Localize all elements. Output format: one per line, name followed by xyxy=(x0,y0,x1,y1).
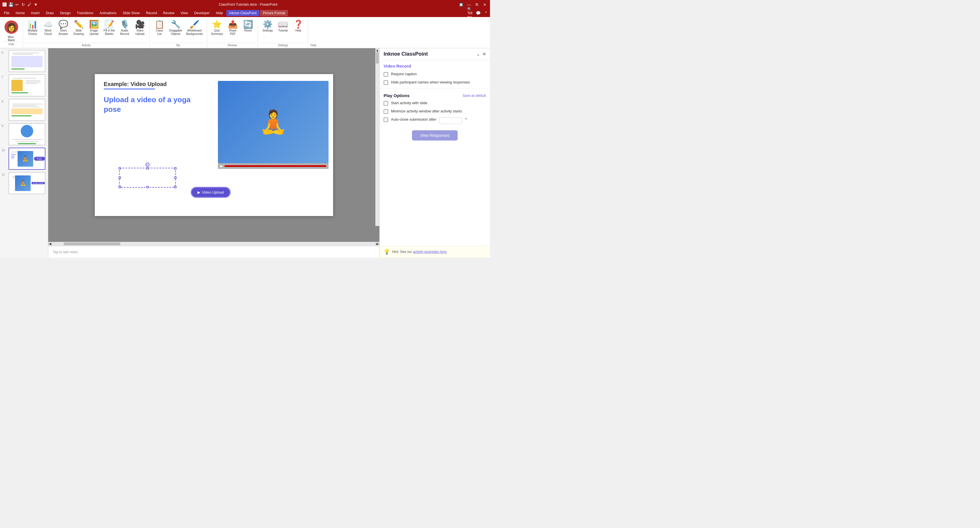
save-icon[interactable]: 💾 xyxy=(8,2,13,7)
start-with-slide-checkbox[interactable] xyxy=(383,101,388,105)
short-answer-btn[interactable]: 💬 ShortAnswer xyxy=(56,19,71,37)
require-caption-row[interactable]: Require caption xyxy=(380,70,490,78)
comments-btn[interactable]: 💬 xyxy=(475,10,481,16)
minimize-window-checkbox[interactable] xyxy=(383,109,388,114)
yoga-figure: 🧘 xyxy=(251,94,296,150)
share-pdf-btn[interactable]: 📤 SharePDF xyxy=(225,19,240,37)
save-as-default-link[interactable]: Save as default xyxy=(463,94,486,98)
undo-icon[interactable]: ↩ xyxy=(15,2,19,7)
slide-thumb-9[interactable]: 9 xyxy=(1,123,47,146)
multiple-choice-label: MultipleChoice xyxy=(28,29,37,36)
scroll-up-btn[interactable]: ▲ xyxy=(375,48,379,52)
notes-area[interactable]: Tap to add notes xyxy=(48,246,379,258)
redo-icon[interactable]: ↻ xyxy=(21,2,25,7)
slide-drawing-btn[interactable]: ✏️ SlideDrawing xyxy=(71,19,86,37)
menu-slideshow[interactable]: Slide Show xyxy=(120,10,142,16)
user-section: 👩 MissMarie User xyxy=(0,18,23,48)
slide-drawing-icon: ✏️ xyxy=(74,21,84,29)
scroll-left-btn[interactable]: ◀ xyxy=(48,242,52,245)
slide-thumb-6[interactable]: 6 xyxy=(1,49,47,73)
handle-bl[interactable] xyxy=(119,186,121,188)
video-progress xyxy=(224,165,326,167)
help-section: Help xyxy=(308,18,319,48)
slide-thumb-11[interactable]: 11 🧘 ▶ Video Upload xyxy=(1,171,47,195)
activity-examples-link[interactable]: activity examples here xyxy=(413,250,447,254)
start-with-slide-row[interactable]: Start activity with slide xyxy=(380,99,490,107)
fill-blanks-btn[interactable]: 📝 Fill in theBlanks xyxy=(102,19,117,37)
horizontal-scrollbar[interactable]: ◀ ▶ xyxy=(48,242,379,246)
image-upload-icon: 🖼️ xyxy=(89,21,99,29)
settings-section: ⚙️ Settings 📖 Tutorial ❓ Help Settings xyxy=(258,18,308,48)
vertical-scrollbar[interactable] xyxy=(375,48,379,226)
class-list-btn[interactable]: 📋 ClassList xyxy=(152,19,167,37)
menu-help[interactable]: Help xyxy=(213,10,226,16)
panel-close-btn[interactable]: ✕ xyxy=(482,51,486,57)
share-pdf-icon: 📤 xyxy=(228,21,238,29)
slide-thumb-10[interactable]: 10 Uploadyoga pose 🧘 ▶ Video Upload xyxy=(1,147,47,170)
menu-inknoe[interactable]: Inknoe ClassPoint xyxy=(226,10,259,16)
panel-collapse-btn[interactable]: ⌄ xyxy=(476,51,480,57)
hide-participant-checkbox[interactable] xyxy=(383,80,388,85)
whiteboard-btn[interactable]: 🖌️ WhiteboardBackgrounds xyxy=(185,19,204,37)
menu-design[interactable]: Design xyxy=(57,10,73,16)
menu-home[interactable]: Home xyxy=(13,10,27,16)
menu-draw[interactable]: Draw xyxy=(43,10,56,16)
help-btn[interactable]: ❓ Help xyxy=(291,19,305,33)
tutorial-btn[interactable]: 📖 Tutorial xyxy=(275,19,290,33)
divider-1 xyxy=(380,88,490,89)
image-upload-btn[interactable]: 🖼️ ImageUpload xyxy=(86,19,101,37)
quiz-summary-icon: ⭐ xyxy=(212,21,222,29)
h-scroll-thumb[interactable] xyxy=(64,242,120,245)
scroll-right-btn[interactable]: ▶ xyxy=(375,242,379,245)
handle-lm[interactable] xyxy=(119,177,121,179)
minimize-window-row[interactable]: Minimize activity window after activity … xyxy=(380,107,490,115)
auto-close-input[interactable] xyxy=(439,117,462,124)
menu-animations[interactable]: Animations xyxy=(97,10,119,16)
quiz-summary-btn[interactable]: ⭐ QuizSummary xyxy=(209,19,225,37)
handle-tl[interactable] xyxy=(119,167,121,169)
auto-close-row[interactable]: Auto-close submission after ▼ xyxy=(380,115,490,126)
handle-br[interactable] xyxy=(174,186,177,188)
menu-review[interactable]: Review xyxy=(160,10,177,16)
collapse-ribbon-btn[interactable]: ⌃ xyxy=(483,10,489,16)
customize-icon[interactable]: 🖊 xyxy=(27,2,32,7)
hint-text: Hint: See our activity examples here xyxy=(392,250,447,254)
slide-thumb-8[interactable]: 8 xyxy=(1,98,47,121)
word-cloud-btn[interactable]: ☁️ WordCloud xyxy=(41,19,55,37)
video-upload-btn[interactable]: 🎥 VideoUpload xyxy=(132,19,147,37)
draggable-objects-btn[interactable]: 🔧 DraggableObjects xyxy=(167,19,184,37)
video-upload-btn-label: Video Upload xyxy=(202,190,224,195)
view-responses-btn[interactable]: View Responses xyxy=(412,130,457,140)
menu-insert[interactable]: Insert xyxy=(28,10,42,16)
handle-tm[interactable] xyxy=(146,167,149,169)
hide-participant-row[interactable]: Hide participant names when viewing resp… xyxy=(380,78,490,86)
multiple-choice-btn[interactable]: 📊 MultipleChoice xyxy=(25,19,40,37)
video-upload-button[interactable]: ▶ Video Upload xyxy=(191,187,231,197)
search-btn[interactable]: 🔍 Tell me xyxy=(467,10,473,16)
menu-picture-format[interactable]: Picture Format xyxy=(260,10,288,16)
restore-btn[interactable]: ⧉ xyxy=(474,2,480,7)
auto-close-label: Auto-close submission after xyxy=(391,117,436,122)
quiz-summary-label: QuizSummary xyxy=(211,29,223,36)
ribbon-toggle-icon[interactable]: 🔲 xyxy=(458,2,464,7)
menu-developer[interactable]: Developer xyxy=(191,10,213,16)
settings-btn[interactable]: ⚙️ Settings xyxy=(260,19,275,33)
menu-view[interactable]: View xyxy=(178,10,191,16)
slide-thumb-7[interactable]: 7 xyxy=(1,74,47,97)
handle-tr[interactable] xyxy=(174,167,177,169)
close-btn[interactable]: ✕ xyxy=(482,2,488,7)
reset-btn[interactable]: 🔄 Reset xyxy=(240,19,255,33)
handle-rm[interactable] xyxy=(174,177,177,179)
menu-transitions[interactable]: Transitions xyxy=(74,10,96,16)
slide-panel[interactable]: 6 7 xyxy=(0,48,48,258)
menu-record[interactable]: Record xyxy=(143,10,160,16)
dropdown-arrow[interactable]: ▼ xyxy=(465,117,468,120)
require-caption-checkbox[interactable] xyxy=(383,72,388,77)
auto-close-checkbox[interactable] xyxy=(383,118,388,122)
handle-bm[interactable] xyxy=(146,186,149,188)
rotate-handle[interactable]: ↻ xyxy=(146,163,150,167)
minimize-btn[interactable]: — xyxy=(466,2,472,7)
audio-record-btn[interactable]: 🎙️ AudioRecord xyxy=(117,19,132,37)
menu-file[interactable]: File xyxy=(1,10,12,16)
more-icon[interactable]: ▼ xyxy=(33,2,38,7)
